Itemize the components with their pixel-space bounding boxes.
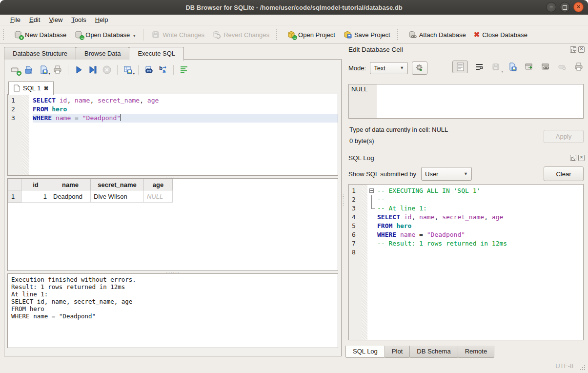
sql-1-tab[interactable]: SQL 1 ✖ [8, 81, 54, 95]
set-null-icon[interactable] [557, 61, 568, 73]
sql-toolbar: + ▾ ▾ [4, 60, 341, 79]
fold-marker-icon[interactable] [368, 186, 376, 195]
table-row[interactable]: 11DeadpondDive WilsonNULL [8, 190, 173, 203]
column-header-name[interactable]: name [50, 179, 91, 190]
sql-log-view[interactable]: 1-- EXECUTING ALL IN 'SQL 1'2--3-- At li… [348, 184, 584, 340]
line-number: 1 [349, 186, 361, 195]
table-cell[interactable]: Deadpond [50, 190, 91, 203]
execute-all-icon[interactable] [74, 65, 83, 75]
editor-results-splitter[interactable] [4, 176, 341, 178]
save-results-dropdown-icon[interactable]: ▾ [133, 72, 135, 76]
save-sql-file-icon[interactable]: ▾ [39, 65, 48, 75]
sql-toolbar-separator [173, 65, 174, 75]
save-project-button[interactable]: Save Project [339, 28, 394, 41]
chevron-down-icon: ▼ [464, 171, 468, 176]
apply-button[interactable]: Apply [544, 130, 584, 143]
column-header-id[interactable]: id [21, 179, 50, 190]
edit-cell-mode-row: Mode: Text ▼ [348, 62, 427, 74]
execute-current-line-icon[interactable] [88, 65, 98, 75]
table-cell[interactable]: NULL [144, 190, 173, 203]
open-sql-file-icon[interactable] [24, 65, 34, 75]
stop-execution-icon[interactable] [102, 65, 112, 75]
text-mode-icon[interactable] [452, 61, 468, 73]
toolbar-drag-handle[interactable] [276, 29, 281, 40]
import-file-icon[interactable]: ▾ [490, 61, 501, 73]
clear-button[interactable]: Clear [544, 166, 584, 181]
minimize-button[interactable]: − [546, 2, 556, 12]
toolbar-drag-handle[interactable] [3, 29, 8, 40]
save-results-icon[interactable]: ▾ [123, 65, 133, 75]
execute-sql-panel: + ▾ ▾ [4, 59, 342, 356]
apply-mode-button[interactable] [412, 62, 427, 75]
row-header[interactable]: 1 [8, 190, 21, 203]
menu-file[interactable]: File [6, 16, 25, 24]
print-cell-icon[interactable] [573, 61, 584, 73]
close-database-button[interactable]: ✖ Close Database [470, 28, 531, 41]
database-attach-icon [408, 30, 417, 39]
results-grid[interactable]: idnamesecret_nameage11DeadpondDive Wilso… [7, 178, 338, 271]
close-button[interactable]: × [573, 2, 584, 12]
table-cell[interactable]: Dive Wilson [91, 190, 144, 203]
resize-grip-icon[interactable] [579, 364, 585, 370]
write-changes-button[interactable]: Write Changes [147, 28, 208, 41]
auto-format-icon[interactable] [179, 65, 189, 75]
new-database-button[interactable]: + New Database [10, 28, 70, 41]
tab-database-structure[interactable]: Database Structure [4, 47, 76, 60]
save-project-label: Save Project [354, 31, 390, 39]
column-header-age[interactable]: age [144, 179, 173, 190]
dock-tab-remote[interactable]: Remote [458, 346, 495, 358]
open-database-label: Open Database [85, 31, 130, 39]
line-number: 3 [8, 114, 22, 123]
tab-execute-sql[interactable]: Execute SQL [129, 47, 184, 61]
fold-marker-icon[interactable] [368, 204, 376, 213]
attach-database-button[interactable]: Attach Database [404, 28, 470, 41]
fold-marker-icon[interactable] [368, 195, 376, 204]
word-wrap-icon[interactable] [474, 61, 485, 73]
sql-editor[interactable]: 1SELECT id, name, secret_name, age2FROM … [7, 94, 338, 176]
edit-cell-close-icon[interactable] [578, 46, 585, 53]
save-sql-dropdown-icon[interactable]: ▾ [48, 72, 50, 76]
menu-edit[interactable]: Edit [25, 16, 44, 24]
cell-editor-gutter: NULL [349, 84, 377, 118]
editor-code-area[interactable]: 1SELECT id, name, secret_name, age2FROM … [8, 94, 338, 123]
cell-size-info: 0 byte(s) [349, 137, 374, 145]
revert-changes-button[interactable]: Revert Changes [208, 28, 273, 41]
open-external-icon[interactable] [524, 61, 534, 73]
dock-tab-plot[interactable]: Plot [385, 346, 410, 358]
results-message-splitter[interactable] [4, 271, 341, 273]
menu-view[interactable]: View [44, 16, 67, 24]
menu-help[interactable]: Help [91, 16, 113, 24]
edit-cell-title: Edit Database Cell [348, 46, 403, 53]
menu-tools[interactable]: Tools [67, 16, 90, 24]
execution-message-box[interactable]: Execution finished without errors. Resul… [7, 273, 338, 348]
mode-select[interactable]: Text ▼ [370, 62, 408, 74]
open-project-button[interactable]: → Open Project [283, 28, 339, 41]
tab-browse-data[interactable]: Browse Data [76, 47, 129, 60]
code-line: 8 [349, 248, 583, 257]
edit-cell-float-icon[interactable] [570, 46, 576, 53]
dock-tab-db-schema[interactable]: DB Schema [409, 346, 458, 358]
submitted-by-select[interactable]: User ▼ [421, 167, 472, 181]
link-icon[interactable] [540, 61, 551, 73]
column-header-secret-name[interactable]: secret_name [91, 179, 144, 190]
open-database-button[interactable]: → Open Database ▾ [70, 28, 139, 41]
sql-log-close-icon[interactable] [578, 155, 585, 161]
table-cell[interactable]: 1 [21, 190, 50, 203]
cell-value-editor[interactable]: NULL [348, 84, 584, 119]
toolbar-drag-handle[interactable] [397, 29, 402, 40]
find-icon[interactable] [144, 65, 154, 75]
close-sql-tab-icon[interactable]: ✖ [43, 85, 48, 92]
new-sql-tab-icon[interactable]: + [10, 65, 20, 75]
sql-log-float-icon[interactable] [570, 155, 576, 161]
dock-tab-bar: SQL LogPlotDB SchemaRemote [345, 346, 494, 358]
open-database-dropdown-icon[interactable]: ▾ [133, 34, 135, 39]
save-as-icon[interactable] [507, 61, 518, 73]
close-database-label: Close Database [482, 31, 527, 39]
code-line: 7-- Result: 1 rows returned in 12ms [349, 239, 583, 248]
database-close-icon: ✖ [474, 30, 480, 39]
find-replace-icon[interactable]: ba [158, 65, 168, 75]
maximize-button[interactable] [560, 2, 570, 12]
dock-tab-sql-log[interactable]: SQL Log [345, 346, 385, 358]
print-sql-icon[interactable] [53, 65, 62, 75]
edit-cell-toolbar: ▾ [452, 61, 584, 73]
